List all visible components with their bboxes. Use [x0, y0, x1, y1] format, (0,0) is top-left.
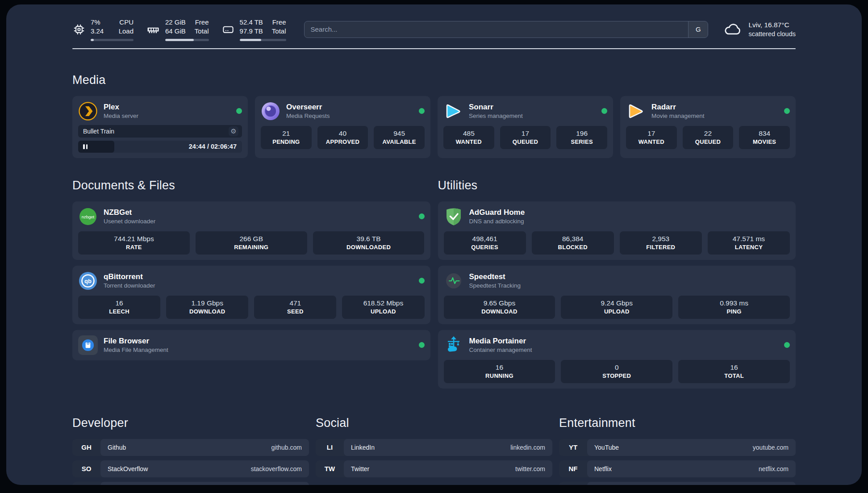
filebrowser-icon	[78, 335, 98, 355]
ram-free-value: 22 GiB	[165, 18, 186, 27]
stat-box: 498,461 QUERIES	[444, 231, 526, 255]
portainer-card[interactable]: Media Portainer Container management 16 …	[438, 330, 796, 389]
status-dot	[419, 278, 425, 284]
bookmark-link-row[interactable]: LI LinkedIn linkedin.com	[316, 439, 552, 456]
radarr-card[interactable]: Radarr Movie management 17 WANTED 22 QUE…	[620, 96, 796, 158]
stat-box: 86,384 BLOCKED	[532, 231, 614, 255]
stat-box: 16 RUNNING	[444, 360, 555, 383]
utilities-section: Utilities AdGuard Home DNS and adblockin…	[438, 179, 796, 389]
app-description: Media server	[104, 113, 138, 119]
app-name: NZBGet	[104, 208, 155, 217]
bookmark-url: twitter.com	[515, 465, 545, 472]
stat-box: 266 GB REMAINING	[196, 231, 307, 255]
dashboard-panel: 7% 3.24 CPU Load	[6, 4, 862, 485]
bookmark-name: YouTube	[594, 444, 619, 451]
adguard-card[interactable]: AdGuard Home DNS and adblocking 498,461 …	[438, 201, 796, 260]
stat-value: 40	[319, 130, 367, 138]
stat-value: 196	[558, 130, 605, 138]
disk-total-label: Total	[272, 27, 286, 36]
stat-value: 0.993 ms	[680, 299, 788, 307]
stat-value: 86,384	[534, 235, 612, 243]
bookmark-link-row[interactable]: TW Twitter twitter.com	[316, 460, 552, 477]
entertainment-section-title: Entertainment	[559, 416, 796, 430]
documents-section-title: Documents & Files	[72, 179, 430, 192]
stat-value: 618.52 Mbps	[344, 299, 422, 307]
portainer-icon	[444, 335, 463, 355]
qbittorrent-card[interactable]: qb qBittorrent Torrent downloader 16 LEE…	[72, 266, 430, 324]
stat-label: SERIES	[558, 138, 605, 145]
app-description: Media Requests	[286, 113, 330, 119]
developer-section-title: Developer	[72, 416, 309, 430]
now-playing-row: Bullet Train ⚙	[78, 125, 242, 138]
bookmark-link-row[interactable]: YT YouTube youtube.com	[559, 439, 796, 456]
stat-box: 40 APPROVED	[317, 126, 368, 149]
stat-label: RATE	[80, 244, 188, 251]
stat-label: UPLOAD	[563, 308, 671, 315]
bookmark-abbr: GH	[72, 439, 100, 456]
status-dot	[419, 342, 425, 348]
disk-stat: 52.4 TB 97.9 TB Free Total	[221, 18, 286, 41]
bookmark-abbr: LI	[316, 439, 344, 456]
stat-label: QUERIES	[446, 244, 524, 251]
stat-box: 834 MOVIES	[739, 126, 790, 149]
playback-progress-bar[interactable]: 24:44 / 02:06:47	[78, 141, 242, 153]
speedtest-card[interactable]: Speedtest Speedtest Tracking 9.65 Gbps D…	[438, 266, 796, 324]
app-name: Overseerr	[286, 103, 330, 112]
svg-text:qb: qb	[84, 278, 92, 284]
app-description: Media File Management	[104, 347, 168, 353]
stat-label: QUEUED	[684, 138, 732, 145]
bookmark-abbr: TW	[316, 460, 344, 477]
stat-value: 266 GB	[197, 235, 305, 243]
nzbget-icon: nzbget	[78, 207, 98, 226]
top-bar: 7% 3.24 CPU Load	[72, 18, 796, 41]
bookmark-name: Github	[108, 444, 126, 451]
filebrowser-card[interactable]: File Browser Media File Management	[72, 330, 430, 360]
stat-value: 744.21 Mbps	[80, 235, 188, 243]
stat-value: 834	[741, 130, 788, 138]
bookmark-link-row[interactable]: SO StackOverflow stackoverflow.com	[72, 460, 309, 477]
app-description: Movie management	[651, 113, 705, 119]
now-playing-title: Bullet Train	[83, 128, 114, 135]
stat-label: TOTAL	[680, 372, 788, 379]
stat-box: 1.19 Gbps DOWNLOAD	[166, 296, 248, 319]
plex-card[interactable]: Plex Media server Bullet Train ⚙ 24:44 /…	[72, 96, 248, 158]
stat-label: WANTED	[628, 138, 675, 145]
status-dot	[236, 108, 242, 114]
weather-widget[interactable]: Lviv, 16.87°C scattered clouds	[723, 21, 796, 38]
qbittorrent-icon: qb	[78, 271, 98, 291]
search-engine-button[interactable]: G	[688, 21, 708, 38]
stat-box: 9.65 Gbps DOWNLOAD	[444, 296, 555, 319]
cpu-icon	[72, 23, 86, 36]
stat-value: 16	[446, 363, 554, 372]
stat-value: 21	[263, 130, 310, 138]
bookmark-link-row[interactable]: RE Reddit reddit.com	[559, 482, 796, 485]
playback-time: 24:44 / 02:06:47	[189, 143, 242, 150]
app-description: DNS and adblocking	[469, 218, 525, 225]
cpu-label: CPU	[119, 18, 134, 27]
nzbget-card[interactable]: nzbget NZBGet Usenet downloader 744.21 M…	[72, 201, 430, 260]
bookmark-link-row[interactable]: DT DEV dev.to	[72, 482, 309, 485]
search-input[interactable]	[304, 21, 709, 38]
stat-value: 2,953	[622, 235, 700, 243]
stat-label: AVAILABLE	[376, 138, 423, 145]
stat-value: 17	[502, 130, 549, 138]
stat-box: 9.24 Gbps UPLOAD	[561, 296, 672, 319]
settings-gear-icon[interactable]: ⚙	[229, 126, 238, 136]
stat-value: 9.24 Gbps	[563, 299, 671, 307]
stat-label: LEECH	[80, 308, 159, 315]
sonarr-card[interactable]: Sonarr Series management 485 WANTED 17 Q…	[438, 96, 613, 158]
pause-icon[interactable]	[83, 144, 88, 149]
app-name: qBittorrent	[104, 272, 155, 281]
bookmark-link-row[interactable]: NF Netflix netflix.com	[559, 460, 796, 477]
bookmark-url: netflix.com	[759, 465, 789, 472]
bookmark-name: LinkedIn	[351, 444, 375, 451]
bookmark-link-row[interactable]: GH Github github.com	[72, 439, 309, 456]
stat-value: 9.65 Gbps	[446, 299, 554, 307]
overseerr-card[interactable]: Overseerr Media Requests 21 PENDING 40 A…	[255, 96, 430, 158]
stat-label: DOWNLOAD	[446, 308, 554, 315]
app-description: Speedtest Tracking	[469, 282, 521, 289]
bookmark-url: stackoverflow.com	[251, 465, 302, 472]
bookmark-abbr: NF	[559, 460, 587, 477]
weather-condition: scattered clouds	[748, 30, 796, 38]
stat-value: 945	[376, 130, 423, 138]
